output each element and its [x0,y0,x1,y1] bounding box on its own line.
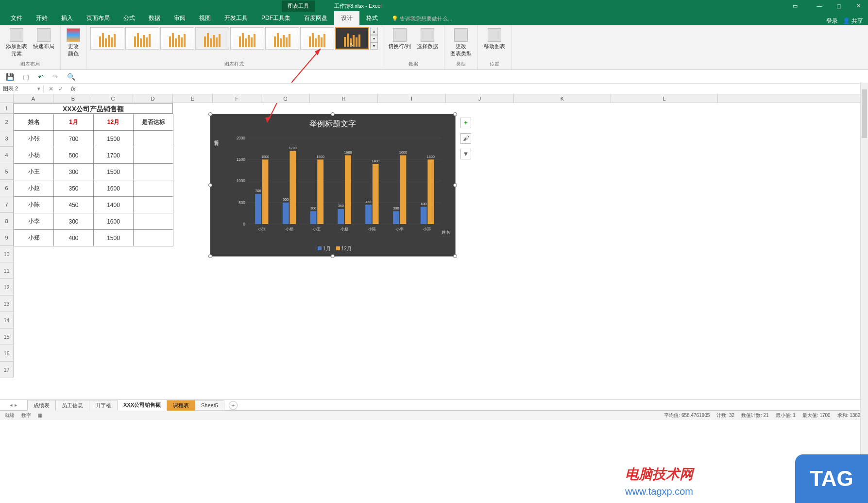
row-header-3[interactable]: 3 [0,130,14,147]
row-header-17[interactable]: 17 [0,362,14,378]
ribbon-display-icon[interactable]: ▭ [785,1,805,11]
table-cell[interactable]: 1500 [94,131,134,147]
chart-filter-button[interactable]: ▼ [460,149,471,159]
row-header-12[interactable]: 12 [0,279,14,295]
cancel-formula-icon[interactable]: ✕ [49,86,53,92]
vertical-scrollbar[interactable] [860,83,868,420]
change-colors-button[interactable]: 更改 颜色 [65,27,82,58]
sheet-tab-6[interactable]: Sheet5 [195,400,224,410]
table-cell[interactable] [134,213,173,230]
tab-file[interactable]: 文件 [4,11,29,25]
table-cell[interactable]: 小李 [14,213,54,230]
table-cell[interactable] [134,230,173,246]
table-cell[interactable]: 450 [54,197,94,213]
quick-layout-button[interactable]: 快速布局 [31,27,56,58]
name-box[interactable]: 图表 2▾ [0,85,44,92]
chart-plot-area[interactable]: 05001000150020007001500小张5001700小杨300150… [235,134,445,233]
new-icon[interactable]: ▢ [23,73,29,81]
table-cell[interactable]: 1700 [94,147,134,164]
chart-style-2[interactable] [125,27,159,50]
sheet-nav-first[interactable]: ◂ [10,402,13,408]
sheet-grid[interactable]: 1 2 3 4 5 6 7 8 9 10 11 12 13 14 15 16 1… [0,103,868,399]
tab-page-layout[interactable]: 页面布局 [80,11,117,25]
row-header-14[interactable]: 14 [0,312,14,329]
tab-format[interactable]: 格式 [359,11,385,25]
maximize-button[interactable]: ▢ [829,1,849,11]
tab-insert[interactable]: 插入 [54,11,80,25]
col-header-K[interactable]: K [514,94,611,103]
tab-home[interactable]: 开始 [29,11,54,25]
chart-style-4[interactable] [195,27,229,50]
minimize-button[interactable]: — [810,1,829,11]
tab-baidu[interactable]: 百度网盘 [297,11,334,25]
add-sheet-button[interactable]: + [229,401,238,410]
tab-pdf-tools[interactable]: PDF工具集 [255,11,297,25]
col-header-C[interactable]: C [93,94,133,103]
undo-icon[interactable]: ↶ [38,73,44,81]
row-header-7[interactable]: 7 [0,196,14,213]
chart-title[interactable]: 举例标题文字 [210,114,455,129]
tab-data[interactable]: 数据 [142,11,167,25]
row-header-15[interactable]: 15 [0,329,14,345]
table-cell[interactable]: 1500 [94,164,134,180]
table-cell[interactable]: 小郑 [14,230,54,246]
chart-object[interactable]: 举例标题文字 销售额 05001000150020007001500小张5001… [210,114,456,257]
row-header-1[interactable]: 1 [0,103,14,114]
table-cell[interactable]: 350 [54,180,94,197]
col-header-L[interactable]: L [611,94,718,103]
print-preview-icon[interactable]: 🔍 [67,73,75,81]
login-link[interactable]: 登录 [826,17,838,25]
table-cell[interactable]: 700 [54,131,94,147]
col-header-G[interactable]: G [261,94,310,103]
tab-design[interactable]: 设计 [334,11,359,25]
close-button[interactable]: ✕ [849,1,868,11]
table-cell[interactable]: 小张 [14,131,54,147]
tab-view[interactable]: 视图 [192,11,218,25]
sheet-tab-3[interactable]: 田字格 [89,400,118,411]
sheet-nav-last[interactable]: ▸ [15,402,17,408]
table-cell[interactable]: 1600 [94,213,134,230]
table-cell[interactable]: 小杨 [14,147,54,164]
sheet-tab-4[interactable]: XXX公司销售额 [117,399,167,411]
row-header-4[interactable]: 4 [0,147,14,163]
redo-icon[interactable]: ↷ [52,73,58,81]
chart-elements-button[interactable]: + [460,118,471,128]
table-cell[interactable]: 小赵 [14,180,54,197]
chart-styles-button[interactable]: 🖌 [460,133,471,144]
row-header-10[interactable]: 10 [0,246,14,262]
sheet-tab-5[interactable]: 课程表 [167,400,195,411]
row-header-6[interactable]: 6 [0,180,14,196]
col-header-J[interactable]: J [446,94,514,103]
col-header-A[interactable]: A [14,94,53,103]
col-header-E[interactable]: E [173,94,213,103]
enter-formula-icon[interactable]: ✓ [58,86,63,92]
table-cell[interactable] [134,131,173,147]
col-header-H[interactable]: H [310,94,378,103]
move-chart-button[interactable]: 移动图表 [482,27,507,51]
tell-me-input[interactable]: 💡 告诉我您想要做什么... [385,12,459,25]
table-cell[interactable]: 300 [54,213,94,230]
table-cell[interactable]: 400 [54,230,94,246]
table-cell[interactable]: 1600 [94,180,134,197]
row-header-13[interactable]: 13 [0,295,14,312]
col-header-D[interactable]: D [133,94,173,103]
table-cell[interactable]: 1400 [94,197,134,213]
table-cell[interactable]: 小陈 [14,197,54,213]
table-cell[interactable] [134,197,173,213]
col-header-I[interactable]: I [378,94,446,103]
chart-style-1[interactable] [90,27,124,50]
chart-styles-scroll[interactable]: ▴▾▾ [370,28,378,50]
tab-formulas[interactable]: 公式 [117,11,142,25]
change-chart-type-button[interactable]: 更改 图表类型 [448,27,474,58]
chart-style-3[interactable] [160,27,194,50]
table-cell[interactable] [134,180,173,197]
table-cell[interactable] [134,147,173,164]
table-cell[interactable] [134,164,173,180]
row-header-8[interactable]: 8 [0,213,14,229]
select-all-corner[interactable] [0,94,14,103]
tab-review[interactable]: 审阅 [167,11,192,25]
table-cell[interactable]: 1500 [94,230,134,246]
col-header-F[interactable]: F [213,94,261,103]
tab-developer[interactable]: 开发工具 [218,11,255,25]
select-data-button[interactable]: 选择数据 [415,27,440,51]
